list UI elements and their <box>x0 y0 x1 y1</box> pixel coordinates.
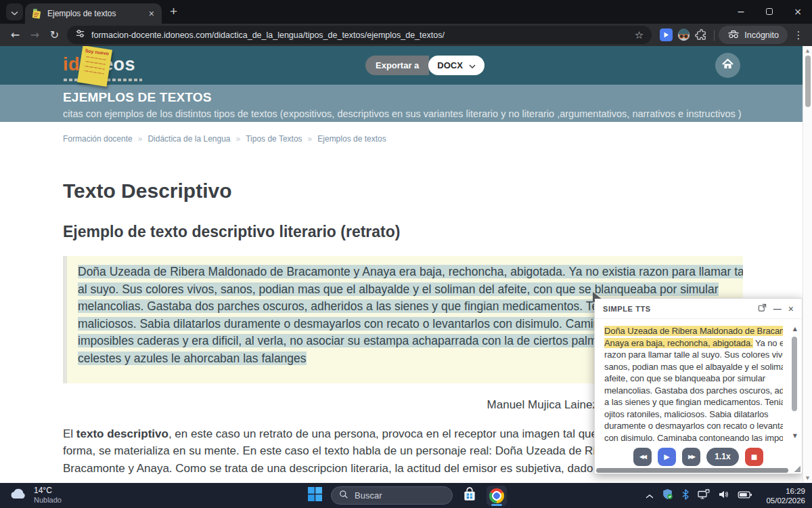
site-header: idóneos Soy nuevo Exportar a DOCX <box>0 46 812 85</box>
incognito-label: Incógnito <box>744 30 779 40</box>
start-button[interactable] <box>308 487 322 504</box>
tray-chevron-up-icon[interactable] <box>646 490 654 502</box>
breadcrumb: Formación docente » Didáctica de la Leng… <box>63 134 386 144</box>
breadcrumb-item-ejemplos[interactable]: Ejemplos de textos <box>317 134 386 144</box>
browser-menu-icon[interactable]: ⋮ <box>790 29 807 41</box>
security-shield-icon[interactable] <box>662 488 673 503</box>
tts-close-icon[interactable]: × <box>788 303 794 314</box>
weather-condition: Nublado <box>34 496 62 504</box>
url-text[interactable]: formacion-docente.idoneos.com/didactica_… <box>91 30 629 40</box>
simple-tts-popup: SIMPLE TTS — × Doña Uzeada de Ribera Mal… <box>594 298 803 474</box>
tab-title: Ejemplos de textos <box>47 9 142 18</box>
system-tray <box>646 483 752 508</box>
export-button[interactable]: Exportar a <box>365 56 429 75</box>
back-button[interactable]: ← <box>5 28 25 41</box>
battery-icon[interactable] <box>738 490 752 502</box>
tts-play-button[interactable]: ▶ <box>658 448 676 466</box>
chevron-down-icon <box>469 60 476 70</box>
tts-highlighted-text: Anaya era baja, rechoncha, abigotada. <box>604 338 753 348</box>
address-bar[interactable]: formacion-docente.idoneos.com/didactica_… <box>67 26 652 44</box>
spy-face-extension-icon[interactable] <box>675 28 692 41</box>
page-title-band: EJEMPLOS DE TEXTOS citas con ejemplos de… <box>0 85 812 122</box>
tts-horizontal-scrollbar[interactable] <box>596 468 788 473</box>
tts-text-area[interactable]: Doña Uzeada de Ribera Maldonado de Braca… <box>595 319 802 444</box>
breadcrumb-separator: » <box>138 134 143 144</box>
clock-date: 05/02/2026 <box>766 496 805 505</box>
site-favicon-icon <box>31 8 42 19</box>
tts-line: razon para llamar talle al suyo. Sus col… <box>604 349 783 361</box>
chrome-taskbar-button[interactable] <box>487 486 507 506</box>
tts-line: melancolias. Gastaba dos parches oscuros… <box>604 385 783 397</box>
browser-window: Ejemplos de textos × + − × ← → ↻ formaci… <box>0 0 812 508</box>
export-format-dropdown[interactable]: DOCX <box>428 56 484 75</box>
paragraph-bold-text: texto descriptivo <box>76 427 168 440</box>
weather-widget[interactable]: 14°C Nublado <box>9 486 62 504</box>
site-info-icon[interactable] <box>75 28 85 41</box>
incognito-spy-icon <box>727 30 740 41</box>
selected-text: Doña Uzeada de Ribera Maldonado de Braca… <box>78 265 743 278</box>
tts-popup-header[interactable]: SIMPLE TTS — × <box>595 299 802 319</box>
network-icon[interactable] <box>698 489 710 503</box>
scrollbar-thumb[interactable] <box>805 56 811 107</box>
tts-resize-grip[interactable] <box>794 465 800 472</box>
paragraph-text: El <box>63 427 76 440</box>
toolbar-divider <box>714 30 715 41</box>
page-scrollbar[interactable]: ▲ ▼ <box>803 46 812 483</box>
tts-popup-title: SIMPLE TTS <box>603 305 751 313</box>
tts-stop-button[interactable]: ■ <box>745 448 763 466</box>
breadcrumb-item-didactica[interactable]: Didáctica de la Lengua <box>148 134 230 144</box>
incognito-badge: Incógnito <box>719 26 788 44</box>
new-tab-button[interactable]: + <box>170 4 177 19</box>
quote-line: al suyo. Sus colores vivos, sanos, podia… <box>78 281 743 299</box>
tts-extension-icon[interactable] <box>657 28 675 41</box>
open-in-new-icon[interactable] <box>758 303 767 315</box>
article-subheading: Ejemplo de texto descriptivo literario (… <box>63 223 400 241</box>
browser-toolbar: ← → ↻ formacion-docente.idoneos.com/dida… <box>0 24 812 46</box>
tts-scroll-up-icon[interactable]: ▲ <box>793 326 797 332</box>
tts-minimize-icon[interactable]: — <box>773 304 782 314</box>
volume-icon[interactable] <box>718 489 729 503</box>
bluetooth-icon[interactable] <box>681 489 690 503</box>
taskbar-search[interactable]: Buscar <box>331 486 453 505</box>
tts-rewind-button[interactable]: ◀◀ <box>633 448 652 466</box>
breadcrumb-item-tipos[interactable]: Tipos de Textos <box>246 134 302 144</box>
tts-scroll-down-icon[interactable]: ▼ <box>793 433 797 439</box>
window-close-button[interactable]: × <box>784 0 812 23</box>
bookmark-star-icon[interactable]: ☆ <box>635 29 644 41</box>
taskbar-center: Buscar <box>308 483 507 508</box>
sticky-note-text: Soy nuevo <box>82 48 112 56</box>
page-viewport: idóneos Soy nuevo Exportar a DOCX <box>0 46 812 483</box>
home-icon <box>721 58 734 72</box>
tts-speed-button[interactable]: 1.1x <box>706 448 739 466</box>
weather-temp: 14°C <box>34 486 62 495</box>
tab-close-icon[interactable]: × <box>148 9 156 18</box>
logo-id-part: id <box>63 54 80 75</box>
tts-text: Ya no existia <box>753 338 783 348</box>
export-control: Exportar a DOCX <box>365 56 484 75</box>
extensions-puzzle-icon[interactable] <box>692 28 710 41</box>
sticky-note-scribble <box>83 56 106 77</box>
home-button[interactable] <box>715 53 740 78</box>
tts-line: sanos, podian mas que el albayalde y el … <box>604 361 783 373</box>
tts-line: Doña Uzeada de Ribera Maldonado de Braca… <box>604 325 783 337</box>
tts-scrollbar-thumb[interactable] <box>792 337 797 411</box>
window-controls: − × <box>727 0 812 23</box>
window-minimize-button[interactable]: − <box>727 0 755 23</box>
breadcrumb-separator: » <box>236 134 241 144</box>
sticky-note: Soy nuevo <box>77 46 112 87</box>
active-tab[interactable]: Ejemplos de textos × <box>25 3 162 24</box>
breadcrumb-item-formacion[interactable]: Formación docente <box>63 134 133 144</box>
forward-button[interactable]: → <box>25 28 45 41</box>
taskbar-clock[interactable]: 16:29 05/02/2026 <box>766 486 805 505</box>
window-restore-button[interactable] <box>755 0 784 23</box>
scrollbar-up-icon[interactable]: ▲ <box>803 48 812 54</box>
search-placeholder: Buscar <box>355 490 382 501</box>
microsoft-store-icon[interactable] <box>461 486 478 505</box>
tts-fast-forward-button[interactable]: ▶▶ <box>682 448 700 466</box>
clock-time: 16:29 <box>766 486 805 496</box>
tts-line: afeite, con que se blanqueaba por simula… <box>604 373 783 385</box>
scrollbar-down-icon[interactable]: ▼ <box>803 475 812 481</box>
chrome-active-indicator <box>491 504 502 506</box>
reload-button[interactable]: ↻ <box>45 28 64 41</box>
tab-search-button[interactable] <box>6 3 23 20</box>
